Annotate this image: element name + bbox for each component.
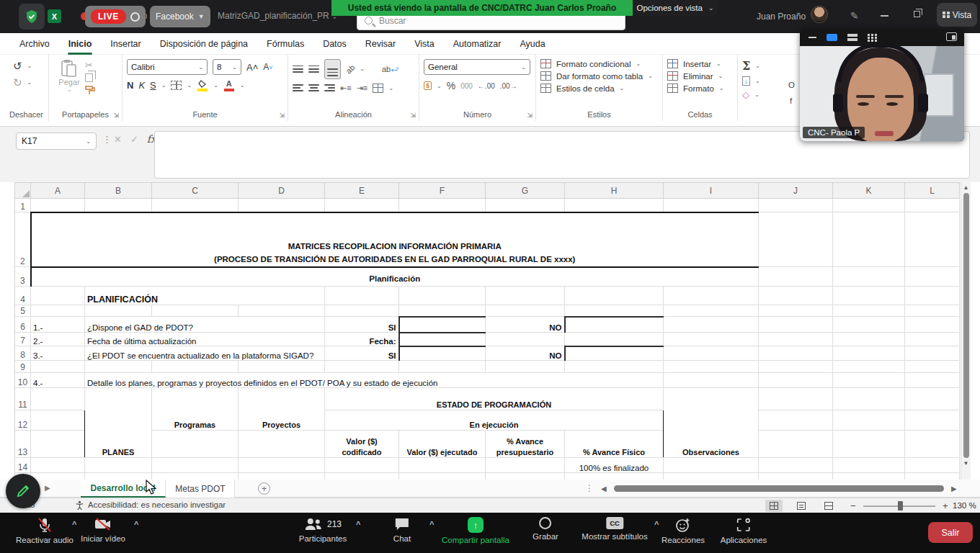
row-header[interactable]: 4 — [15, 287, 31, 305]
redo-icon[interactable]: ↻ — [13, 77, 22, 88]
vertical-scroll-thumb[interactable] — [963, 193, 969, 458]
grid-cell[interactable] — [486, 473, 565, 480]
align-top-icon[interactable] — [293, 66, 303, 73]
grid-cell[interactable] — [399, 287, 486, 305]
accounting-format-icon[interactable]: $ — [424, 81, 432, 90]
row-header[interactable]: 6 — [15, 317, 31, 333]
grid-cell[interactable] — [85, 199, 152, 212]
planificacion-heading[interactable]: PLANIFICACIÓN — [85, 287, 325, 305]
start-video-button[interactable]: Iniciar vídeo — [81, 517, 125, 543]
orientation-icon[interactable]: ab — [344, 63, 357, 75]
col-header-h[interactable]: H — [565, 183, 664, 199]
strip-view-icon[interactable] — [847, 34, 858, 41]
row-header[interactable]: 1 — [15, 199, 31, 212]
table-header-planes[interactable]: PLANES — [85, 388, 152, 458]
table-header-en-ejecucion[interactable]: En ejecución — [325, 410, 664, 431]
col-header-f[interactable]: F — [399, 183, 486, 199]
table-subheader-empty[interactable] — [239, 431, 325, 458]
grid-cell[interactable] — [833, 473, 905, 480]
row-header[interactable]: 5 — [15, 305, 31, 317]
question-number[interactable]: 3.- — [31, 346, 85, 361]
percent-icon[interactable]: % — [447, 80, 455, 91]
table-header-avance-fisico[interactable]: % Avance Físico — [565, 431, 664, 458]
paste-button[interactable]: Pegar ⌄ — [53, 59, 85, 95]
grid-cell[interactable] — [759, 317, 833, 333]
grid-cell[interactable] — [325, 473, 399, 480]
grid-cell[interactable] — [664, 305, 759, 317]
conditional-formatting-button[interactable]: Formato condicional⌄ — [540, 59, 658, 68]
window-restore-button[interactable] — [914, 11, 920, 17]
grid-cell[interactable] — [239, 305, 325, 317]
font-size-select[interactable]: 8⌄ — [213, 59, 241, 75]
grid-cell[interactable] — [905, 410, 960, 431]
captions-button[interactable]: CC Mostrar subtítulos — [582, 517, 647, 541]
grid-cell[interactable] — [565, 305, 664, 317]
no-label[interactable]: NO — [486, 346, 565, 361]
si-label[interactable]: SI — [325, 317, 399, 333]
annotate-button[interactable] — [6, 474, 40, 508]
grid-cell[interactable] — [239, 199, 325, 212]
record-button[interactable]: Grabar — [533, 517, 558, 541]
grid-cell[interactable] — [664, 333, 759, 346]
row-header[interactable]: 10 — [15, 373, 31, 388]
grid-cell[interactable] — [759, 431, 833, 458]
matrix-title-cell[interactable]: MATRICES RECOPILACION INFORMACIÓN PRIMAR… — [31, 212, 759, 267]
grid-cell[interactable] — [759, 346, 833, 361]
video-options-chevron[interactable]: ^ — [134, 520, 138, 529]
question-text[interactable]: Fecha de última actualización — [85, 333, 325, 346]
insert-cells-button[interactable]: Insertar⌄ — [667, 59, 733, 68]
grid-cell[interactable] — [759, 199, 833, 212]
italic-button[interactable]: K — [138, 80, 145, 91]
zoom-view-button[interactable]: Vista — [937, 3, 977, 27]
dialog-launcher-icon[interactable]: ⇲ — [279, 112, 285, 119]
col-header-i[interactable]: I — [664, 183, 759, 199]
grid-cell[interactable] — [905, 333, 960, 346]
grid-cell[interactable] — [152, 473, 239, 480]
font-name-select[interactable]: Calibri⌄ — [127, 59, 208, 75]
number-format-select[interactable]: General⌄ — [424, 59, 530, 75]
table-cell[interactable] — [486, 458, 565, 473]
cell-styles-button[interactable]: Estilos de celda⌄ — [540, 84, 658, 93]
apps-button[interactable]: Aplicaciones — [721, 517, 767, 544]
layout-view-icon[interactable] — [946, 32, 957, 41]
grid-cell[interactable] — [565, 473, 664, 480]
col-header-j[interactable]: J — [759, 183, 833, 199]
minimize-video-icon[interactable] — [808, 37, 816, 38]
fecha-label[interactable]: Fecha: — [325, 333, 399, 346]
answer-box-no[interactable] — [565, 346, 664, 361]
row-header[interactable]: 7 — [15, 333, 31, 346]
grid-cell[interactable] — [664, 346, 759, 361]
comma-style-icon[interactable]: 000 — [460, 82, 473, 90]
question-number[interactable]: 2.- — [31, 333, 85, 346]
underline-button[interactable]: S — [150, 80, 156, 91]
answer-box-no[interactable] — [565, 317, 664, 333]
window-minimize-button[interactable] — [881, 15, 888, 17]
tab-insertar[interactable]: Insertar — [101, 33, 150, 55]
grid-cell[interactable] — [399, 361, 486, 373]
col-header-g[interactable]: G — [486, 183, 565, 199]
grid-cell[interactable] — [905, 212, 960, 267]
fill-color-dropdown[interactable]: ⌄ — [213, 82, 218, 89]
grid-cell[interactable] — [759, 473, 833, 480]
grid-cell[interactable] — [152, 361, 239, 373]
decrease-indent-icon[interactable]: ⇤≡ — [340, 84, 352, 93]
live-indicator[interactable]: LIVE — [85, 6, 146, 27]
cancel-icon[interactable]: ✕ — [114, 134, 122, 145]
col-header-d[interactable]: D — [239, 183, 325, 199]
grid-cell[interactable] — [759, 373, 833, 388]
table-header-observaciones[interactable]: Observaciones — [664, 388, 759, 458]
grid-cell[interactable] — [325, 287, 399, 305]
grid-cell[interactable] — [31, 361, 85, 373]
grid-cell[interactable] — [31, 410, 85, 431]
grid-cell[interactable] — [664, 199, 759, 212]
question-number[interactable]: 4.- — [31, 373, 85, 388]
autosum-dropdown[interactable]: ⌄ — [755, 63, 760, 69]
row-header[interactable]: 9 — [15, 361, 31, 373]
bold-button[interactable]: N — [127, 80, 133, 91]
align-right-icon[interactable] — [324, 84, 335, 91]
dialog-launcher-icon[interactable]: ⇲ — [113, 112, 119, 119]
grid-cell[interactable] — [905, 199, 960, 212]
scroll-right-icon[interactable]: ▶ — [951, 485, 957, 493]
question-text[interactable]: Detalle los planes, programas y proyecto… — [85, 373, 664, 388]
cut-icon[interactable]: ✂ — [85, 60, 95, 70]
